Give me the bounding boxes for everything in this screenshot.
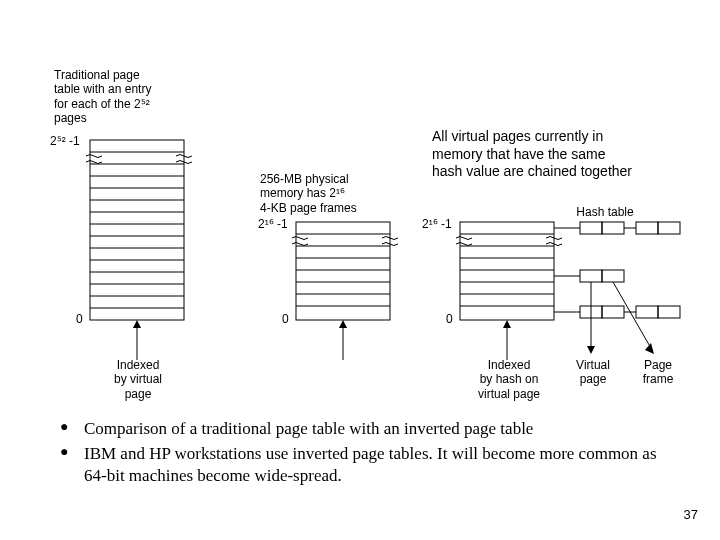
caption-virtual-page: Virtualpage [570,358,616,387]
svg-rect-55 [658,306,680,318]
axis-phys-top: 2¹⁶ -1 [258,217,288,231]
caption-traditional: Traditional pagetable with an entryfor e… [54,68,174,126]
svg-rect-54 [636,306,658,318]
bullet-text: IBM and HP workstations use inverted pag… [84,444,657,484]
bullet-item: IBM and HP workstations use inverted pag… [60,443,670,486]
page-number: 37 [684,507,698,522]
caption-page-frame: Pageframe [636,358,680,387]
svg-rect-17 [296,222,390,320]
bullet-text: Comparison of a traditional page table w… [84,419,533,438]
svg-marker-26 [339,320,347,328]
svg-marker-16 [133,320,141,328]
axis-phys-bottom: 0 [282,312,289,326]
svg-marker-47 [587,346,595,354]
svg-rect-38 [580,222,602,234]
axis-trad-top: 2⁵² -1 [50,134,80,148]
bullet-item: Comparison of a traditional page table w… [60,418,670,439]
svg-rect-42 [658,222,680,234]
axis-trad-bottom: 0 [76,312,83,326]
svg-rect-41 [636,222,658,234]
svg-rect-45 [602,270,624,282]
svg-line-48 [613,282,652,350]
axis-hash-bottom: 0 [446,312,453,326]
caption-hash-table: Hash table [565,205,645,219]
svg-rect-39 [602,222,624,234]
svg-rect-27 [460,222,554,320]
axis-hash-top: 2¹⁶ -1 [422,217,452,231]
svg-rect-44 [580,270,602,282]
svg-rect-0 [90,140,184,320]
bullet-list: Comparison of a traditional page table w… [60,418,670,490]
caption-indexed-virtual: Indexedby virtualpage [108,358,168,401]
svg-rect-52 [602,306,624,318]
svg-marker-36 [503,320,511,328]
caption-indexed-hash: Indexedby hash onvirtual page [472,358,546,401]
caption-physical: 256-MB physicalmemory has 2¹⁶4-KB page f… [260,172,370,215]
note-chain: All virtual pages currently inmemory tha… [432,128,662,181]
